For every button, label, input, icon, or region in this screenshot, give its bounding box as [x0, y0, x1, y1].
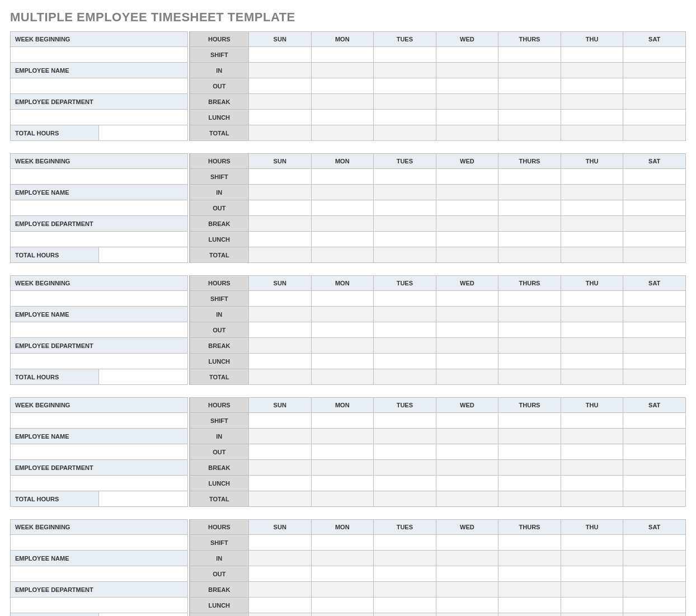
info-value[interactable]: [10, 232, 188, 247]
cell-break[interactable]: [561, 582, 624, 598]
cell-total[interactable]: [312, 247, 374, 263]
cell-break[interactable]: [499, 216, 561, 232]
cell-break[interactable]: [249, 460, 312, 476]
cell-lunch[interactable]: [499, 598, 561, 613]
cell-shift[interactable]: [312, 535, 374, 551]
cell-shift[interactable]: [499, 47, 561, 63]
cell-out[interactable]: [561, 200, 624, 216]
cell-total[interactable]: [374, 491, 436, 507]
cell-shift[interactable]: [436, 413, 499, 429]
cell-in[interactable]: [312, 429, 374, 444]
cell-lunch[interactable]: [561, 476, 624, 491]
cell-total[interactable]: [561, 247, 624, 263]
cell-shift[interactable]: [312, 291, 374, 307]
cell-total[interactable]: [436, 247, 499, 263]
info-value[interactable]: [10, 598, 188, 613]
cell-out[interactable]: [499, 444, 561, 460]
cell-in[interactable]: [374, 307, 436, 322]
cell-total[interactable]: [374, 613, 436, 616]
cell-in[interactable]: [436, 63, 499, 78]
cell-out[interactable]: [499, 322, 561, 338]
cell-total[interactable]: [374, 125, 436, 141]
cell-break[interactable]: [249, 216, 312, 232]
cell-in[interactable]: [561, 63, 624, 78]
total-hours-value[interactable]: [99, 369, 188, 385]
cell-in[interactable]: [499, 63, 561, 78]
info-value[interactable]: [10, 78, 188, 94]
cell-total[interactable]: [561, 125, 624, 141]
cell-break[interactable]: [312, 338, 374, 354]
cell-shift[interactable]: [374, 413, 436, 429]
cell-lunch[interactable]: [436, 232, 499, 247]
cell-break[interactable]: [312, 94, 374, 110]
cell-in[interactable]: [561, 185, 624, 200]
cell-out[interactable]: [436, 444, 499, 460]
cell-lunch[interactable]: [436, 598, 499, 613]
cell-break[interactable]: [249, 338, 312, 354]
cell-total[interactable]: [561, 369, 624, 385]
cell-in[interactable]: [249, 307, 312, 322]
cell-shift[interactable]: [623, 169, 686, 185]
cell-out[interactable]: [249, 200, 312, 216]
info-value[interactable]: [10, 169, 188, 185]
cell-break[interactable]: [623, 460, 686, 476]
cell-shift[interactable]: [436, 291, 499, 307]
cell-break[interactable]: [561, 216, 624, 232]
cell-lunch[interactable]: [312, 598, 374, 613]
cell-in[interactable]: [499, 551, 561, 566]
cell-total[interactable]: [249, 125, 312, 141]
cell-total[interactable]: [312, 125, 374, 141]
cell-lunch[interactable]: [249, 476, 312, 491]
cell-shift[interactable]: [499, 291, 561, 307]
cell-total[interactable]: [499, 125, 561, 141]
cell-out[interactable]: [312, 566, 374, 582]
cell-in[interactable]: [312, 307, 374, 322]
cell-shift[interactable]: [436, 47, 499, 63]
cell-total[interactable]: [436, 125, 499, 141]
cell-lunch[interactable]: [499, 476, 561, 491]
info-value[interactable]: [10, 110, 188, 125]
cell-total[interactable]: [561, 491, 624, 507]
cell-break[interactable]: [623, 582, 686, 598]
cell-out[interactable]: [623, 200, 686, 216]
cell-total[interactable]: [623, 247, 686, 263]
cell-out[interactable]: [499, 566, 561, 582]
cell-lunch[interactable]: [374, 232, 436, 247]
cell-out[interactable]: [436, 200, 499, 216]
cell-break[interactable]: [436, 338, 499, 354]
cell-shift[interactable]: [436, 169, 499, 185]
cell-break[interactable]: [312, 460, 374, 476]
cell-in[interactable]: [561, 429, 624, 444]
cell-total[interactable]: [623, 125, 686, 141]
cell-in[interactable]: [312, 63, 374, 78]
cell-shift[interactable]: [312, 413, 374, 429]
cell-lunch[interactable]: [623, 354, 686, 369]
cell-shift[interactable]: [623, 535, 686, 551]
cell-out[interactable]: [249, 78, 312, 94]
cell-break[interactable]: [374, 582, 436, 598]
cell-in[interactable]: [312, 185, 374, 200]
cell-shift[interactable]: [374, 47, 436, 63]
cell-in[interactable]: [374, 185, 436, 200]
cell-out[interactable]: [623, 444, 686, 460]
cell-in[interactable]: [312, 551, 374, 566]
cell-out[interactable]: [374, 566, 436, 582]
cell-total[interactable]: [436, 613, 499, 616]
cell-in[interactable]: [623, 429, 686, 444]
cell-out[interactable]: [561, 444, 624, 460]
cell-total[interactable]: [561, 613, 624, 616]
cell-break[interactable]: [436, 582, 499, 598]
cell-lunch[interactable]: [249, 598, 312, 613]
info-value[interactable]: [10, 291, 188, 307]
cell-out[interactable]: [312, 200, 374, 216]
cell-lunch[interactable]: [499, 110, 561, 125]
cell-total[interactable]: [312, 369, 374, 385]
cell-out[interactable]: [249, 444, 312, 460]
cell-in[interactable]: [499, 307, 561, 322]
cell-total[interactable]: [499, 491, 561, 507]
info-value[interactable]: [10, 535, 188, 551]
info-value[interactable]: [10, 200, 188, 216]
cell-break[interactable]: [561, 460, 624, 476]
cell-in[interactable]: [623, 63, 686, 78]
cell-shift[interactable]: [623, 413, 686, 429]
